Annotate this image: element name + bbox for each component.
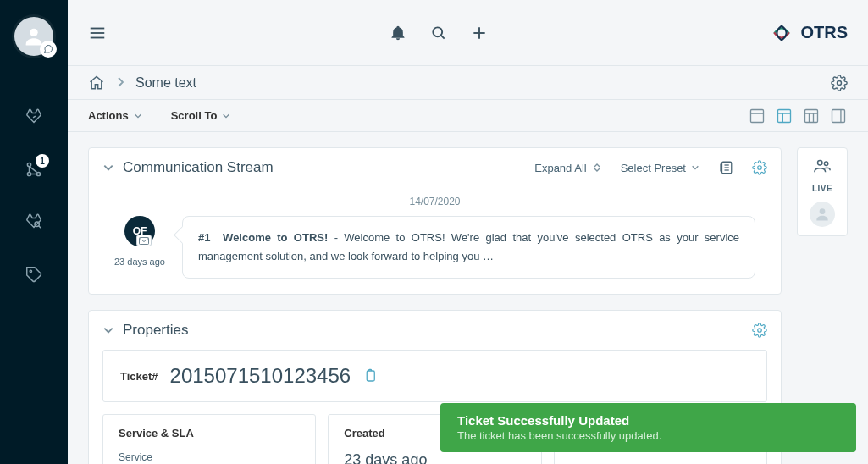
collapse-comm-icon[interactable] bbox=[102, 162, 114, 174]
breadcrumb-separator-icon bbox=[117, 75, 124, 91]
action-bar: Actions Scroll To bbox=[68, 100, 868, 132]
sort-icon bbox=[592, 163, 602, 173]
comm-msg-number: #1 bbox=[198, 231, 210, 244]
success-toast[interactable]: Ticket Successfully Updated The ticket h… bbox=[440, 403, 856, 452]
comm-item[interactable]: OF 23 days ago #1 Welcome to OTRS! - Wel… bbox=[114, 216, 755, 279]
service-sla-card: Service & SLA Service Service 2 bbox=[102, 414, 316, 464]
user-avatar-wrap[interactable] bbox=[14, 17, 53, 56]
add-icon[interactable] bbox=[471, 25, 488, 41]
service-sla-title: Service & SLA bbox=[119, 427, 300, 439]
watchers-panel: LIVE bbox=[797, 147, 848, 236]
svg-rect-14 bbox=[751, 109, 764, 122]
sidebar-nav-2[interactable]: 1 bbox=[17, 152, 51, 186]
svg-point-3 bbox=[36, 172, 40, 175]
svg-rect-30 bbox=[140, 237, 149, 244]
svg-point-0 bbox=[30, 29, 37, 36]
left-sidebar: 1 bbox=[0, 0, 68, 464]
live-label: LIVE bbox=[812, 184, 832, 193]
scroll-to-label: Scroll To bbox=[171, 109, 218, 122]
view-split-three-icon[interactable] bbox=[802, 107, 821, 125]
svg-point-35 bbox=[820, 208, 826, 214]
hamburger-icon[interactable] bbox=[88, 24, 107, 42]
svg-point-1 bbox=[27, 163, 30, 166]
notifications-icon[interactable] bbox=[390, 25, 406, 41]
ticket-number: 2015071510123456 bbox=[170, 364, 351, 388]
topbar: OTRS bbox=[68, 0, 868, 66]
svg-point-9 bbox=[433, 27, 442, 36]
communication-stream-panel: Communication Stream Expand All Select P… bbox=[88, 147, 782, 295]
breadcrumb: Some text bbox=[88, 75, 196, 91]
ticket-label: Ticket# bbox=[120, 370, 158, 383]
view-split-left-icon[interactable] bbox=[775, 107, 793, 125]
sidebar-nav-3[interactable] bbox=[17, 205, 51, 239]
search-icon[interactable] bbox=[430, 25, 447, 41]
props-title: Properties bbox=[123, 322, 188, 339]
actions-label: Actions bbox=[88, 109, 129, 122]
toast-title: Ticket Successfully Updated bbox=[457, 413, 839, 428]
brand-logo[interactable]: OTRS bbox=[770, 21, 848, 45]
props-gear-icon[interactable] bbox=[752, 323, 767, 338]
svg-rect-32 bbox=[367, 371, 374, 381]
sidebar-nav-1[interactable] bbox=[17, 100, 51, 134]
breadcrumb-title: Some text bbox=[135, 75, 196, 91]
svg-line-10 bbox=[440, 35, 444, 38]
service-field-label: Service bbox=[119, 451, 300, 463]
comm-date: 14/07/2020 bbox=[114, 196, 755, 207]
svg-point-5 bbox=[30, 270, 31, 272]
svg-point-31 bbox=[758, 329, 762, 333]
svg-point-13 bbox=[838, 80, 842, 85]
svg-point-2 bbox=[27, 172, 30, 175]
comm-message: #1 Welcome to OTRS! - Welcome to OTRS! W… bbox=[182, 216, 755, 279]
comm-msg-subject: Welcome to OTRS! bbox=[223, 231, 328, 244]
mail-icon bbox=[136, 235, 152, 246]
breadcrumb-bar: Some text bbox=[68, 66, 868, 100]
sidebar-nav-4[interactable] bbox=[17, 257, 51, 291]
scroll-to-dropdown[interactable]: Scroll To bbox=[171, 109, 231, 122]
comm-item-age: 23 days ago bbox=[114, 257, 165, 267]
collapse-props-icon[interactable] bbox=[102, 324, 114, 336]
expand-all-button[interactable]: Expand All bbox=[534, 162, 601, 174]
toast-body: The ticket has been successfully updated… bbox=[457, 429, 839, 442]
svg-rect-23 bbox=[832, 109, 845, 122]
ticket-number-box: Ticket# 2015071510123456 bbox=[102, 350, 767, 402]
chevron-down-icon bbox=[222, 112, 230, 120]
view-mode-group bbox=[748, 107, 848, 125]
svg-point-33 bbox=[818, 161, 823, 166]
chat-status-icon bbox=[40, 41, 57, 58]
chevron-down-icon bbox=[691, 163, 699, 172]
brand-name: OTRS bbox=[800, 23, 848, 42]
main-area: OTRS Some text Actions Scroll To bbox=[68, 0, 868, 464]
sidebar-nav-2-badge: 1 bbox=[36, 154, 49, 168]
svg-point-29 bbox=[758, 166, 762, 170]
comm-title: Communication Stream bbox=[123, 159, 274, 176]
expand-all-label: Expand All bbox=[534, 162, 586, 174]
svg-rect-19 bbox=[805, 109, 818, 122]
actions-dropdown[interactable]: Actions bbox=[88, 109, 142, 122]
settings-gear-icon[interactable] bbox=[831, 75, 848, 91]
view-split-right-icon[interactable] bbox=[829, 107, 848, 125]
filter-list-icon[interactable] bbox=[718, 160, 733, 175]
created-value: 23 days ago bbox=[344, 451, 525, 464]
select-preset-label: Select Preset bbox=[621, 162, 686, 174]
svg-point-34 bbox=[824, 162, 827, 165]
watchers-icon[interactable] bbox=[813, 157, 832, 175]
watcher-avatar[interactable] bbox=[810, 202, 835, 227]
panel-gear-icon[interactable] bbox=[752, 160, 767, 175]
select-preset-dropdown[interactable]: Select Preset bbox=[621, 162, 699, 174]
svg-rect-16 bbox=[778, 109, 791, 122]
copy-ticket-icon[interactable] bbox=[362, 368, 378, 384]
chevron-down-icon bbox=[134, 112, 142, 120]
otrs-logo-icon bbox=[770, 21, 793, 45]
home-icon[interactable] bbox=[88, 75, 105, 91]
view-single-icon[interactable] bbox=[748, 107, 766, 125]
